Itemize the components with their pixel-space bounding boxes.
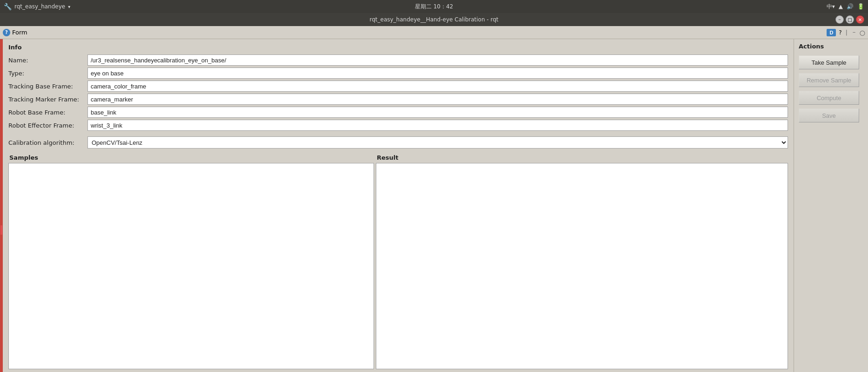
- take-sample-button[interactable]: Take Sample: [799, 55, 859, 69]
- name-label: Name:: [8, 57, 87, 64]
- type-label: Type:: [8, 70, 87, 77]
- close-button[interactable]: ✕: [856, 15, 864, 24]
- form-minus-button[interactable]: －: [851, 28, 857, 36]
- samples-list[interactable]: [8, 163, 374, 369]
- name-field-row: Name:: [8, 54, 788, 66]
- system-bar: 🔧 rqt_easy_handeye ▾ 星期二 10：42 中▾ ▲ 🔊 🔋: [0, 0, 868, 13]
- volume-icon: 🔊: [847, 3, 854, 10]
- form-header: ? Form D ? | － ○: [0, 26, 868, 39]
- tracking-base-frame-row: Tracking Base Frame:: [8, 81, 788, 92]
- result-section: Result: [376, 152, 788, 369]
- tracking-marker-frame-input[interactable]: [87, 94, 788, 105]
- window-title: rqt_easy_handeye__Hand-eye Calibration -…: [369, 16, 498, 23]
- type-input[interactable]: [87, 68, 788, 79]
- title-bar: rqt_easy_handeye__Hand-eye Calibration -…: [0, 13, 868, 26]
- app-name-label[interactable]: rqt_easy_handeye: [14, 3, 65, 10]
- samples-result-area: Samples Result: [8, 152, 788, 369]
- tracking-base-frame-label: Tracking Base Frame:: [8, 83, 87, 90]
- samples-section: Samples: [8, 152, 376, 369]
- main-area: Info Name: Type: Tracking Base Frame: Tr…: [0, 39, 868, 372]
- form-close-button[interactable]: ○: [860, 29, 865, 36]
- network-icon: ▲: [839, 3, 843, 10]
- info-section-header: Info: [8, 42, 788, 52]
- type-field-row: Type:: [8, 68, 788, 79]
- minimize-button[interactable]: －: [835, 15, 844, 24]
- input-method-icon: 中▾: [827, 3, 835, 11]
- result-display: [376, 163, 788, 369]
- form-icon: ?: [3, 29, 10, 36]
- compute-button[interactable]: Compute: [799, 91, 859, 105]
- d-button[interactable]: D: [827, 29, 836, 36]
- remove-sample-button[interactable]: Remove Sample: [799, 73, 859, 87]
- form-header-right: D ? | － ○: [827, 28, 865, 36]
- system-time: 星期二 10：42: [415, 3, 453, 11]
- samples-title: Samples: [8, 152, 376, 163]
- tracking-base-frame-input[interactable]: [87, 81, 788, 92]
- form-header-left: ? Form: [3, 29, 27, 36]
- accent-mark: [0, 225, 2, 235]
- calibration-algo-select[interactable]: OpenCV/Tsai-Lenz OpenCV/Park OpenCV/Hora…: [87, 136, 788, 149]
- actions-title: Actions: [799, 43, 863, 50]
- robot-effector-frame-row: Robot Effector Frame:: [8, 120, 788, 131]
- system-bar-left: 🔧 rqt_easy_handeye ▾: [4, 3, 70, 10]
- robot-effector-frame-input[interactable]: [87, 120, 788, 131]
- maximize-button[interactable]: □: [846, 15, 854, 24]
- system-tray: 中▾ ▲ 🔊 🔋: [827, 3, 864, 11]
- robot-base-frame-row: Robot Base Frame:: [8, 107, 788, 118]
- robot-effector-frame-label: Robot Effector Frame:: [8, 122, 87, 129]
- form-title: Form: [12, 29, 27, 36]
- app-name-arrow[interactable]: ▾: [68, 4, 70, 9]
- calibration-algo-row: Calibration algorithm: OpenCV/Tsai-Lenz …: [8, 136, 788, 149]
- battery-icon: 🔋: [857, 3, 864, 10]
- calibration-algo-label: Calibration algorithm:: [8, 139, 87, 146]
- robot-base-frame-input[interactable]: [87, 107, 788, 118]
- actions-panel: Actions Take Sample Remove Sample Comput…: [794, 39, 868, 372]
- help-icon[interactable]: ?: [839, 29, 841, 36]
- tracking-marker-frame-label: Tracking Marker Frame:: [8, 96, 87, 103]
- name-input[interactable]: [87, 54, 788, 66]
- app-icon: 🔧: [4, 3, 12, 10]
- window-controls: － □ ✕: [835, 15, 864, 24]
- form-content: Info Name: Type: Tracking Base Frame: Tr…: [3, 39, 794, 372]
- result-title: Result: [376, 152, 788, 163]
- tracking-marker-frame-row: Tracking Marker Frame:: [8, 94, 788, 105]
- window-content: ? Form D ? | － ○ Info Name: T: [0, 26, 868, 372]
- save-button[interactable]: Save: [799, 108, 859, 122]
- robot-base-frame-label: Robot Base Frame:: [8, 109, 87, 116]
